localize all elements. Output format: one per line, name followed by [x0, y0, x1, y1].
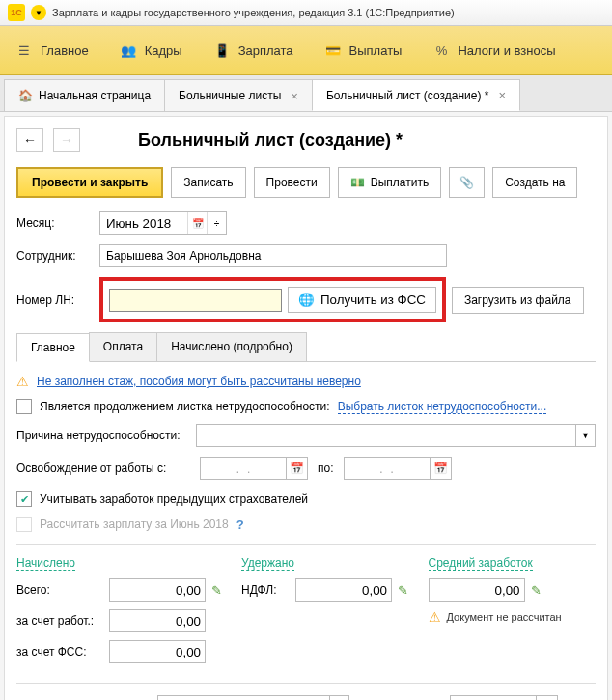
divider	[16, 683, 596, 684]
globe-icon: 🌐	[298, 293, 315, 307]
payout-dropdown-button[interactable]: ▼	[330, 695, 349, 700]
month-calendar-button[interactable]: 📅	[187, 212, 207, 234]
ndfl-input[interactable]	[295, 578, 392, 602]
percent-icon: %	[432, 42, 450, 59]
avg-column: Средний заработок ✎ ⚠ Документ не рассчи…	[429, 556, 597, 671]
select-sheet-link[interactable]: Выбрать листок нетрудоспособности...	[338, 400, 547, 414]
calendar-icon[interactable]: 📅	[431, 457, 452, 480]
menu-label: Кадры	[145, 43, 182, 58]
absence-to-label: по:	[318, 462, 334, 475]
month-step-button[interactable]: ÷	[207, 212, 226, 234]
payout-select-wrap: ▼	[157, 695, 349, 700]
sub-tab-accrued-details[interactable]: Начислено (подробно)	[156, 332, 307, 361]
nav-back-button[interactable]: ←	[16, 128, 43, 152]
app-menu-dropdown-icon[interactable]: ▼	[31, 5, 46, 20]
payout-select[interactable]	[157, 695, 330, 700]
post-and-close-button[interactable]: Провести и закрыть	[16, 167, 163, 198]
pencil-icon[interactable]: ✎	[398, 583, 408, 598]
avg-input[interactable]	[429, 578, 525, 602]
tab-label: Начальная страница	[39, 89, 151, 102]
nav-header: ← → Больничный лист (создание) *	[16, 128, 596, 152]
menu-label: Выплаты	[349, 43, 403, 58]
absence-from-field: 📅	[200, 457, 308, 480]
absence-from-input[interactable]	[200, 457, 287, 480]
absence-to-field: 📅	[344, 457, 452, 480]
month-row: Месяц: 📅 ÷	[16, 211, 596, 235]
reason-row: Причина нетрудоспособности: ▼	[16, 424, 596, 447]
doc-warn-row: ⚠ Документ не рассчитан	[429, 609, 597, 625]
continuation-row: Является продолжением листка нетрудоспос…	[16, 399, 596, 414]
calendar-icon[interactable]: 📅	[537, 695, 558, 700]
close-tab-icon[interactable]: ×	[291, 89, 298, 103]
employer-row: за счет работ.:	[16, 609, 222, 632]
create-based-button[interactable]: Создать на	[492, 167, 577, 198]
document-tabs-bar: 🏠 Начальная страница Больничные листы × …	[0, 75, 612, 112]
reason-label: Причина нетрудоспособности:	[16, 429, 190, 442]
withheld-header[interactable]: Удержано	[241, 556, 294, 571]
avg-row: ✎	[429, 578, 597, 602]
reason-input[interactable]	[196, 424, 576, 447]
ln-number-input[interactable]	[109, 289, 282, 312]
accrued-header[interactable]: Начислено	[16, 556, 75, 571]
menu-item-taxes[interactable]: % Налоги и взносы	[417, 36, 570, 65]
main-menu-bar: ☰ Главное 👥 Кадры 📱 Зарплата 💳 Выплаты %…	[0, 26, 612, 75]
home-tab-icon: 🏠	[18, 89, 33, 102]
total-label: Всего:	[16, 583, 103, 597]
hamburger-icon: ☰	[15, 42, 33, 59]
continuation-checkbox[interactable]	[16, 399, 32, 414]
accrued-column: Начислено Всего: ✎ за счет работ.: за сч…	[16, 556, 222, 671]
stazh-warning-link[interactable]: Не заполнен стаж, пособия могут быть рас…	[37, 375, 361, 388]
help-icon[interactable]: ?	[236, 518, 244, 532]
calc-salary-checkbox	[16, 517, 32, 532]
post-button[interactable]: Провести	[254, 167, 330, 198]
month-input[interactable]	[100, 212, 187, 234]
pencil-icon[interactable]: ✎	[531, 583, 542, 598]
menu-item-payments[interactable]: 💳 Выплаты	[309, 36, 418, 65]
fss-input[interactable]	[109, 640, 206, 663]
withheld-column: Удержано НДФЛ: ✎	[241, 556, 409, 671]
tab-label: Больничные листы	[179, 89, 281, 102]
save-button[interactable]: Записать	[171, 167, 245, 198]
warning-icon: ⚠	[16, 374, 29, 389]
tab-sick-lists[interactable]: Больничные листы ×	[164, 79, 313, 111]
calc-salary-label: Рассчитать зарплату за Июнь 2018	[40, 518, 229, 531]
tab-label: Больничный лист (создание) *	[326, 89, 489, 102]
payout-date-input[interactable]	[450, 695, 537, 700]
warning-icon: ⚠	[429, 609, 441, 625]
close-tab-icon[interactable]: ×	[498, 88, 506, 102]
ln-label: Номер ЛН:	[16, 294, 94, 307]
payout-date-field: 📅	[450, 695, 558, 700]
pay-button[interactable]: 💵 Выплатить	[338, 167, 442, 198]
employer-input[interactable]	[109, 609, 206, 632]
menu-label: Главное	[41, 43, 89, 58]
earnings-checkbox[interactable]: ✔	[16, 491, 32, 507]
ln-row: Номер ЛН: 🌐 Получить из ФСС Загрузить из…	[16, 277, 596, 322]
avg-header[interactable]: Средний заработок	[429, 556, 533, 571]
menu-item-main[interactable]: ☰ Главное	[0, 36, 104, 65]
attach-button[interactable]: 📎	[449, 167, 485, 198]
get-from-fss-button[interactable]: 🌐 Получить из ФСС	[288, 287, 436, 313]
pencil-icon[interactable]: ✎	[211, 583, 222, 598]
total-input[interactable]	[109, 578, 206, 602]
employee-input[interactable]	[99, 244, 447, 267]
calendar-icon[interactable]: 📅	[287, 457, 308, 480]
btn-label: Получить из ФСС	[320, 293, 426, 307]
absence-date-range: Освобождение от работы с: 📅 по: 📅	[16, 457, 596, 480]
reason-dropdown-button[interactable]: ▼	[576, 424, 596, 447]
money-icon: 💵	[350, 176, 365, 189]
tab-sick-list-create[interactable]: Больничный лист (создание) * ×	[312, 79, 520, 111]
stazh-warning-row: ⚠ Не заполнен стаж, пособия могут быть р…	[16, 374, 596, 389]
load-from-file-button[interactable]: Загрузить из файла	[452, 287, 584, 314]
sub-tabs-bar: Главное Оплата Начислено (подробно)	[16, 332, 596, 362]
menu-item-salary[interactable]: 📱 Зарплата	[198, 36, 309, 65]
tab-home[interactable]: 🏠 Начальная страница	[4, 79, 165, 111]
fss-label: за счет ФСС:	[16, 645, 103, 658]
total-row: Всего: ✎	[16, 578, 222, 602]
sub-tab-main[interactable]: Главное	[16, 333, 90, 362]
menu-item-personnel[interactable]: 👥 Кадры	[104, 36, 198, 65]
divider	[16, 544, 596, 545]
absence-to-input[interactable]	[344, 457, 431, 480]
sub-tab-payment[interactable]: Оплата	[89, 332, 157, 361]
earnings-row: ✔ Учитывать заработок предыдущих страхов…	[16, 491, 596, 507]
calc-salary-row: Рассчитать зарплату за Июнь 2018 ?	[16, 517, 596, 532]
